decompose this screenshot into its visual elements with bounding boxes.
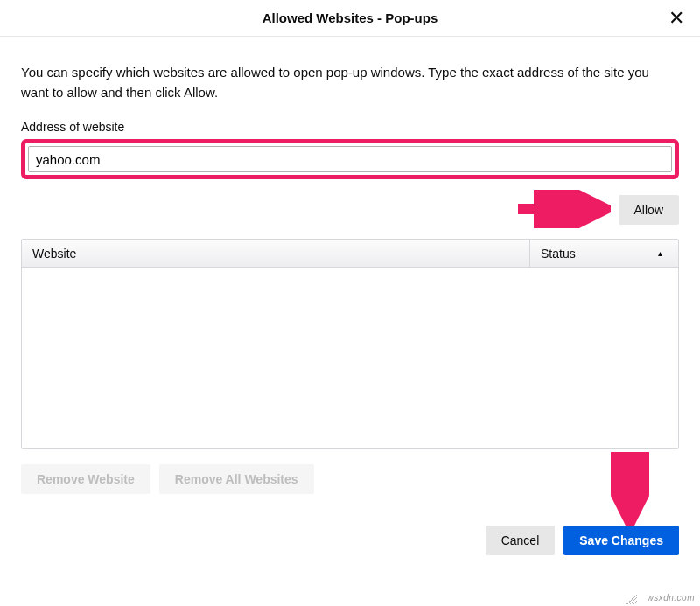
dialog-header: Allowed Websites - Pop-ups ✕	[0, 0, 700, 37]
table-header: Website Status ▴	[22, 240, 678, 268]
cancel-button[interactable]: Cancel	[486, 526, 556, 555]
address-input[interactable]	[28, 146, 672, 172]
address-input-highlight	[21, 139, 679, 179]
table-body	[22, 268, 678, 448]
arrow-annotation-allow	[514, 190, 611, 228]
address-label: Address of website	[21, 120, 679, 134]
column-header-status-label: Status	[541, 247, 576, 261]
description-text: You can specify which websites are allow…	[21, 63, 679, 102]
remove-buttons-row: Remove Website Remove All Websites	[21, 464, 679, 494]
resize-grip-icon	[625, 592, 637, 604]
dialog-content: You can specify which websites are allow…	[0, 37, 700, 555]
dialog-title: Allowed Websites - Pop-ups	[262, 10, 438, 25]
websites-table: Website Status ▴	[21, 239, 679, 449]
allow-button[interactable]: Allow	[619, 195, 679, 225]
watermark-text: wsxdn.com	[647, 593, 695, 603]
column-header-website-label: Website	[32, 247, 76, 261]
save-changes-button[interactable]: Save Changes	[564, 526, 679, 555]
remove-website-button: Remove Website	[21, 464, 150, 494]
remove-all-websites-button: Remove All Websites	[159, 464, 314, 494]
footer-buttons-row: Cancel Save Changes	[21, 526, 679, 555]
allow-row: Allow	[21, 195, 679, 225]
sort-caret-icon: ▴	[658, 248, 662, 258]
column-header-website[interactable]: Website	[22, 240, 529, 267]
close-icon[interactable]: ✕	[668, 9, 684, 28]
column-header-status[interactable]: Status ▴	[529, 240, 678, 267]
